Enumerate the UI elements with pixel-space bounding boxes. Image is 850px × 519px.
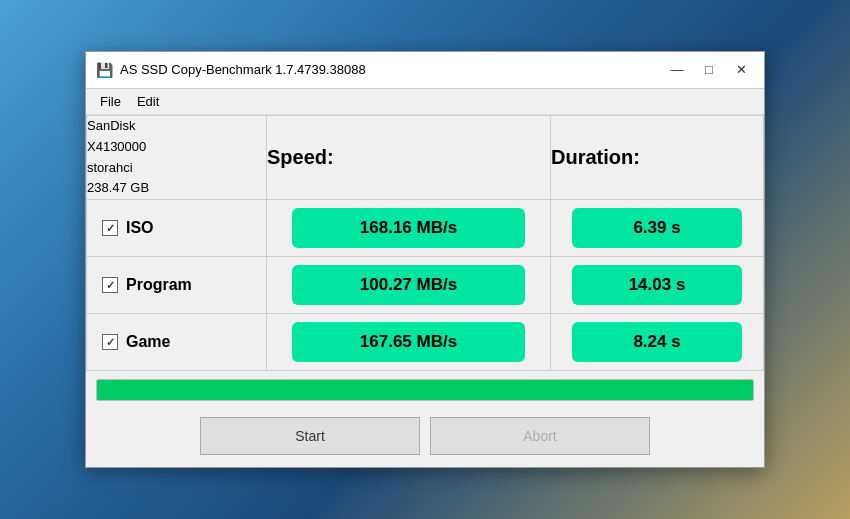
game-checkbox[interactable]: ✓	[102, 334, 118, 350]
header-row: SanDisk X4130000 storahci 238.47 GB Spee…	[87, 115, 764, 199]
main-window: 💾 AS SSD Copy-Benchmark 1.7.4739.38088 —…	[85, 51, 765, 468]
duration-header: Duration:	[551, 115, 764, 199]
table-row: ✓ ISO 168.16 MB/s 6.39 s	[87, 200, 764, 257]
drive-info: SanDisk X4130000 storahci 238.47 GB	[87, 115, 267, 199]
close-button[interactable]: ✕	[728, 60, 754, 80]
game-duration: 8.24 s	[572, 322, 741, 362]
program-speed: 100.27 MB/s	[292, 265, 525, 305]
button-row: Start Abort	[86, 409, 764, 467]
game-label: Game	[126, 333, 170, 351]
menu-bar: File Edit	[86, 89, 764, 115]
progress-bar-fill	[97, 380, 753, 400]
window-controls: — □ ✕	[664, 60, 754, 80]
drive-size: 238.47 GB	[87, 178, 266, 199]
progress-bar-container	[96, 379, 754, 401]
app-icon: 💾	[96, 62, 112, 78]
benchmark-table: SanDisk X4130000 storahci 238.47 GB Spee…	[86, 115, 764, 371]
title-bar: 💾 AS SSD Copy-Benchmark 1.7.4739.38088 —…	[86, 52, 764, 89]
program-label: Program	[126, 276, 192, 294]
game-row-label: ✓ Game	[102, 333, 251, 351]
table-row: ✓ Program 100.27 MB/s 14.03 s	[87, 257, 764, 314]
main-content: SanDisk X4130000 storahci 238.47 GB Spee…	[86, 115, 764, 467]
menu-edit[interactable]: Edit	[129, 91, 167, 112]
start-button[interactable]: Start	[200, 417, 420, 455]
iso-speed: 168.16 MB/s	[292, 208, 525, 248]
program-duration: 14.03 s	[572, 265, 741, 305]
iso-row-label: ✓ ISO	[102, 219, 251, 237]
abort-button[interactable]: Abort	[430, 417, 650, 455]
table-row: ✓ Game 167.65 MB/s 8.24 s	[87, 314, 764, 371]
menu-file[interactable]: File	[92, 91, 129, 112]
maximize-button[interactable]: □	[696, 60, 722, 80]
drive-driver: storahci	[87, 158, 266, 179]
progress-bar-row	[86, 371, 764, 409]
drive-name: SanDisk	[87, 116, 266, 137]
program-checkbox[interactable]: ✓	[102, 277, 118, 293]
game-speed: 167.65 MB/s	[292, 322, 525, 362]
iso-label: ISO	[126, 219, 154, 237]
program-row-label: ✓ Program	[102, 276, 251, 294]
window-title: AS SSD Copy-Benchmark 1.7.4739.38088	[120, 62, 664, 77]
minimize-button[interactable]: —	[664, 60, 690, 80]
iso-duration: 6.39 s	[572, 208, 741, 248]
speed-header: Speed:	[267, 115, 551, 199]
drive-model: X4130000	[87, 137, 266, 158]
iso-checkbox[interactable]: ✓	[102, 220, 118, 236]
